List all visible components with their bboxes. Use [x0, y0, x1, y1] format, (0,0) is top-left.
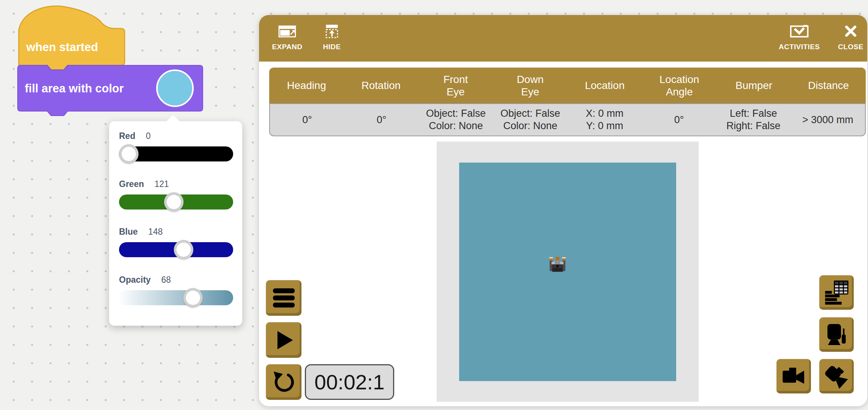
- close-label: CLOSE: [838, 43, 863, 51]
- sensor-dashboard-table: Heading Rotation FrontEye DownEye Locati…: [269, 68, 866, 136]
- expand-icon: [278, 21, 296, 41]
- col-heading: Heading: [269, 68, 344, 103]
- playground-toolbar: EXPAND HIDE ACTIVITIES: [259, 15, 867, 62]
- play-button[interactable]: [266, 322, 301, 358]
- reset-button[interactable]: [266, 364, 301, 400]
- col-location-angle: LocationAngle: [642, 68, 717, 103]
- data-table-icon: [824, 280, 849, 305]
- close-icon: [844, 21, 857, 41]
- record-video-button[interactable]: [776, 359, 811, 393]
- simulation-field: [459, 163, 676, 381]
- color-swatch[interactable]: [157, 70, 193, 106]
- opacity-slider-value: 68: [161, 275, 171, 285]
- menu-button[interactable]: [266, 280, 301, 316]
- blue-slider-label: Blue: [119, 227, 138, 237]
- fill-area-block[interactable]: fill area with color: [18, 65, 203, 116]
- color-picker-popup: Red 0 Green 121 Blue 148 Opacity 68: [109, 121, 243, 326]
- red-slider-value: 0: [146, 131, 151, 141]
- col-distance: Distance: [791, 68, 866, 103]
- blue-slider-thumb[interactable]: [174, 240, 193, 259]
- red-slider-thumb[interactable]: [119, 144, 139, 164]
- opacity-slider-row: Opacity 68: [119, 275, 233, 305]
- blue-slider-value: 148: [148, 227, 163, 237]
- col-location: Location: [568, 68, 642, 103]
- hat-block-shape[interactable]: [19, 6, 125, 70]
- location-value: X: 0 mmY: 0 mm: [568, 104, 642, 136]
- opacity-slider-thumb[interactable]: [183, 288, 203, 308]
- dashboard-toggle-button[interactable]: [819, 275, 854, 310]
- blue-slider-track[interactable]: [119, 242, 233, 257]
- green-slider-track[interactable]: [119, 194, 233, 210]
- simulation-mat: [437, 142, 699, 402]
- close-button[interactable]: CLOSE: [832, 21, 868, 57]
- hide-icon: [324, 21, 339, 41]
- green-slider-value: 121: [154, 179, 169, 189]
- col-down-eye: DownEye: [493, 68, 568, 103]
- camera-view-button[interactable]: [819, 317, 854, 352]
- rotation-value: 0°: [344, 104, 419, 136]
- col-front-eye: FrontEye: [418, 68, 493, 103]
- expand-label: EXPAND: [272, 43, 303, 51]
- playground-panel: EXPAND HIDE ACTIVITIES: [259, 15, 867, 406]
- block-workspace: when started fill area with color: [15, 3, 210, 129]
- red-slider-track[interactable]: [119, 146, 233, 161]
- when-started-block[interactable]: when started: [19, 6, 125, 70]
- sensor-table-row: 0° 0° Object: FalseColor: None Object: F…: [269, 103, 866, 136]
- page: { "blocks": { "when_started": "when star…: [0, 0, 868, 410]
- sensor-table-header: Heading Rotation FrontEye DownEye Locati…: [269, 68, 866, 103]
- opacity-slider-track[interactable]: [119, 290, 233, 305]
- robot: [549, 257, 566, 273]
- col-rotation: Rotation: [344, 68, 419, 103]
- activities-label: ACTIVITIES: [779, 43, 820, 51]
- hide-button[interactable]: HIDE: [313, 21, 351, 57]
- activities-button[interactable]: ACTIVITIES: [775, 21, 824, 57]
- play-icon: [273, 329, 295, 351]
- red-slider-label: Red: [119, 131, 135, 141]
- menu-icon: [273, 288, 295, 308]
- monitor-icon: [824, 323, 848, 347]
- fill-area-label: fill area with color: [25, 82, 124, 95]
- video-camera-icon: [782, 364, 806, 388]
- blue-slider-row: Blue 148: [119, 227, 233, 257]
- opacity-slider-label: Opacity: [119, 275, 151, 285]
- snapshot-button[interactable]: [819, 359, 854, 393]
- red-slider-row: Red 0: [119, 131, 233, 161]
- col-bumper: Bumper: [717, 68, 791, 103]
- green-slider-label: Green: [119, 179, 144, 189]
- expand-button[interactable]: EXPAND: [268, 21, 306, 57]
- reset-icon: [272, 371, 295, 394]
- location-angle-value: 0°: [642, 104, 716, 136]
- green-slider-thumb[interactable]: [164, 192, 184, 212]
- when-started-label: when started: [26, 41, 98, 54]
- green-slider-row: Green 121: [119, 179, 233, 210]
- front-eye-value: Object: FalseColor: None: [419, 104, 493, 136]
- video-camera-tilted-icon: [820, 359, 853, 393]
- hide-label: HIDE: [323, 43, 341, 51]
- down-eye-value: Object: FalseColor: None: [493, 104, 567, 136]
- timer-display: 00:02:1: [305, 364, 394, 400]
- heading-value: 0°: [270, 104, 344, 136]
- distance-value: > 3000 mm: [791, 104, 865, 136]
- activities-icon: [790, 21, 809, 41]
- bumper-value: Left: FalseRight: False: [716, 104, 791, 136]
